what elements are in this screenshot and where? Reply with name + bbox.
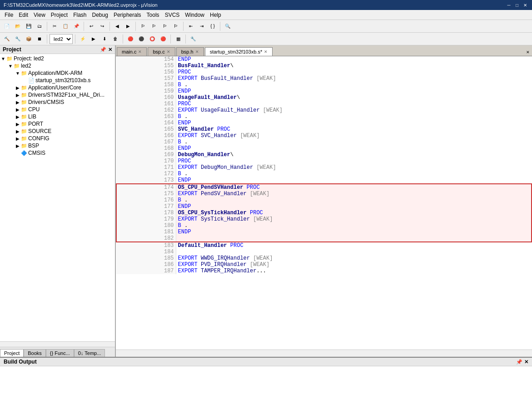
tb2-dbg2[interactable]: ▶ [89, 34, 99, 44]
tree-expand[interactable]: ▶ [15, 93, 21, 98]
line-code[interactable]: ENDP [176, 120, 532, 126]
tb2-erase[interactable]: 🗑 [110, 34, 120, 44]
menu-item-view[interactable]: View [31, 11, 48, 19]
tree-item-app-user[interactable]: ▶📁Application/User/Core [0, 84, 115, 91]
tb2-periph2[interactable]: ⚫ [136, 34, 146, 44]
tree-expand[interactable]: ▶ [15, 129, 21, 134]
line-code[interactable]: OS_CPU_PendSVHandler PROC [176, 184, 532, 191]
tb2-rebuild[interactable]: 🔧 [13, 34, 23, 44]
editor-close-icon[interactable]: ✕ [526, 49, 529, 55]
tree-item-bsp[interactable]: ▶📁BSP [0, 142, 115, 149]
menu-item-peripherals[interactable]: Peripherals [111, 11, 144, 19]
line-code[interactable]: EXPORT SVC_Handler [WEAK] [176, 133, 532, 139]
tb2-periph[interactable]: 🔴 [125, 34, 135, 44]
menu-item-svcs[interactable]: SVCS [162, 11, 183, 19]
tb2-build[interactable]: 🔨 [2, 34, 12, 44]
line-code[interactable]: B . [176, 171, 532, 177]
tb-undo[interactable]: ↩ [86, 21, 96, 31]
tb2-flash[interactable]: ⬇ [99, 34, 109, 44]
tree-expand[interactable]: ▶ [15, 122, 21, 127]
project-tab-funcs-tab[interactable]: {} Func... [46, 349, 74, 357]
line-code[interactable]: DebugMon_Handler\ [176, 152, 532, 158]
line-code[interactable]: ENDP [176, 229, 532, 235]
line-code[interactable]: BusFault_Handler\ [176, 63, 532, 69]
tb-new[interactable]: 📄 [2, 21, 12, 31]
menu-item-project[interactable]: Project [48, 11, 70, 19]
line-code[interactable]: EXPORT DebugMon_Handler [WEAK] [176, 164, 532, 171]
tb-bookmark4[interactable]: 🏳 [171, 21, 181, 31]
line-code[interactable]: ENDP [176, 56, 532, 63]
line-code[interactable]: SVC_Handler PROC [176, 126, 532, 133]
tree-expand[interactable]: ▶ [15, 100, 21, 105]
build-pin-icon[interactable]: 📌 [516, 359, 522, 365]
line-code[interactable]: OS_CPU_SysTickHandler PROC [176, 210, 532, 216]
tb-comment[interactable]: { } [208, 21, 218, 31]
tree-expand[interactable]: ▼ [7, 64, 14, 69]
menu-item-tools[interactable]: Tools [144, 11, 162, 19]
target-dropdown[interactable]: led2 [50, 34, 73, 44]
tb-bookmark[interactable]: 🏳 [138, 21, 148, 31]
project-tab-temp-tab[interactable]: 0↓ Temp... [74, 349, 105, 357]
project-close-icon[interactable]: ✕ [108, 47, 112, 53]
line-code[interactable]: ENDP [176, 177, 532, 184]
build-close-icon[interactable]: ✕ [524, 359, 528, 365]
tb-forward[interactable]: ▶ [123, 21, 133, 31]
tb-paste[interactable]: 📌 [71, 21, 81, 31]
tree-item-cmsis[interactable]: 🔷CMSIS [0, 149, 115, 157]
menu-item-file[interactable]: File [2, 11, 16, 19]
file-tab-bsp-h[interactable]: bsp.h✕ [176, 47, 204, 56]
tb-unindent[interactable]: ⇥ [197, 21, 207, 31]
tb-bookmark3[interactable]: 🏳 [160, 21, 170, 31]
line-code[interactable]: EXPORT UsageFault_Handler [WEAK] [176, 107, 532, 113]
tb-find[interactable]: 🔍 [223, 21, 233, 31]
tree-item-app-mdk[interactable]: ▼📁Application/MDK-ARM [0, 69, 115, 77]
line-code[interactable]: EXPORT PendSV_Handler [WEAK] [176, 191, 532, 197]
line-code[interactable]: PROC [176, 69, 532, 75]
tb2-periph4[interactable]: 🔴 [158, 34, 168, 44]
code-content[interactable]: 154 ENDP155BusFault_Handler\156 PROC157 … [116, 56, 532, 350]
editor-hscroll[interactable] [116, 350, 532, 357]
project-tab-project-tab[interactable]: Project [0, 349, 24, 357]
line-code[interactable] [176, 249, 532, 255]
tree-item-project-root[interactable]: ▼📁Project: led2 [0, 55, 115, 62]
project-tab-books-tab[interactable]: Books [24, 349, 46, 357]
line-code[interactable]: B . [176, 82, 532, 88]
line-code[interactable]: EXPORT TAMPER_IRQHandler... [176, 268, 532, 274]
tree-expand[interactable]: ▶ [15, 85, 21, 90]
tree-expand[interactable]: ▶ [15, 143, 21, 148]
line-code[interactable]: B . [176, 139, 532, 145]
project-pin-icon[interactable]: 📌 [100, 47, 106, 53]
tb2-periph3[interactable]: ⭕ [147, 34, 157, 44]
tree-item-drivers-cmsis[interactable]: ▶📁Drivers/CMSIS [0, 98, 115, 106]
file-tab-bsp-c[interactable]: bsp.c✕ [148, 47, 175, 56]
minimize-button[interactable]: ─ [506, 2, 512, 8]
tb2-dbg1[interactable]: ⚡ [78, 34, 88, 44]
menu-item-edit[interactable]: Edit [16, 11, 31, 19]
line-code[interactable]: EXPORT BusFault_Handler [WEAK] [176, 75, 532, 82]
file-tab-close[interactable]: ✕ [138, 49, 142, 54]
tree-item-lib[interactable]: ▶📁LIB [0, 113, 115, 120]
menu-item-flash[interactable]: Flash [70, 11, 89, 19]
tree-item-startup[interactable]: 📄startup_stm32f103xb.s [0, 77, 115, 84]
tb-indent[interactable]: ⇤ [186, 21, 196, 31]
line-code[interactable]: Default_Handler PROC [176, 242, 532, 249]
file-tab-startup[interactable]: startup_stm32f103xb.s*✕ [205, 47, 273, 56]
line-code[interactable]: PROC [176, 101, 532, 107]
line-code[interactable]: ENDP [176, 88, 532, 94]
file-tab-main-c[interactable]: main.c✕ [117, 47, 147, 56]
tree-item-config[interactable]: ▶📁CONFIG [0, 135, 115, 142]
file-tab-close[interactable]: ✕ [264, 49, 268, 54]
close-button[interactable]: ✕ [522, 2, 528, 8]
tb-redo[interactable]: ↪ [97, 21, 107, 31]
tree-expand[interactable]: ▶ [15, 136, 21, 141]
menu-item-debug[interactable]: Debug [89, 11, 111, 19]
tree-item-led2[interactable]: ▼📁led2 [0, 62, 115, 69]
line-code[interactable]: UsageFault_Handler\ [176, 94, 532, 101]
tb-copy[interactable]: 📋 [60, 21, 70, 31]
line-code[interactable]: PROC [176, 158, 532, 164]
editor-panel-close[interactable]: ✕ [523, 48, 532, 56]
line-code[interactable]: B . [176, 222, 532, 229]
file-tab-close[interactable]: ✕ [167, 49, 170, 54]
tb2-win[interactable]: ▦ [173, 34, 183, 44]
tb-open[interactable]: 📂 [13, 21, 23, 31]
